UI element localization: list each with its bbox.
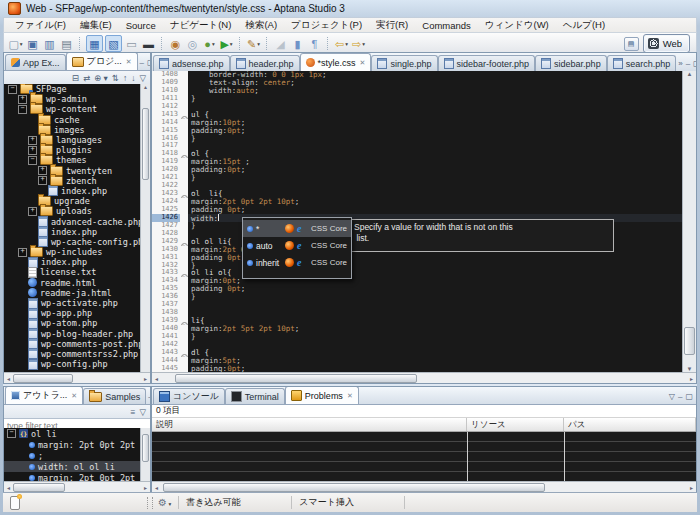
tree-item[interactable]: +wp-includes xyxy=(4,247,150,257)
tree-item[interactable]: −themes xyxy=(4,155,150,165)
debug-button[interactable]: ●▾ xyxy=(202,36,217,52)
scroll-right-icon[interactable]: ▸ xyxy=(687,375,696,382)
scroll-up-icon[interactable]: ▲ xyxy=(143,84,148,90)
tab-header-php[interactable]: header.php xyxy=(230,55,300,71)
dropdown-arrow-icon[interactable]: ▾ xyxy=(20,36,23,52)
expander-icon[interactable]: − xyxy=(8,85,17,94)
menu-item-h[interactable]: ヘルプ(H) xyxy=(556,19,612,32)
code-line[interactable]: 1435padding 0pt; xyxy=(152,285,683,293)
scroll-left-icon[interactable]: ◂ xyxy=(4,375,13,382)
dropdown-arrow-icon[interactable]: ▾ xyxy=(345,36,348,52)
tab-sidebar-footer-php[interactable]: sidebar-footer.php xyxy=(438,55,536,71)
close-icon[interactable]: ✕ xyxy=(71,392,77,400)
scroll-right-icon[interactable]: ▸ xyxy=(141,375,150,382)
code-line[interactable]: 1417 xyxy=(152,142,683,150)
tab-item[interactable]: アウトラ...✕ xyxy=(5,386,83,404)
table-row[interactable] xyxy=(152,442,696,452)
down-icon[interactable]: ↓ xyxy=(131,73,135,83)
expander-icon[interactable]: − xyxy=(7,429,16,438)
project-tree[interactable]: −SFPage+wp-admin−wp-contentcacheimages+l… xyxy=(4,84,150,372)
outline-item[interactable]: −{}ol li xyxy=(4,428,150,439)
sort-icon[interactable]: ≡ xyxy=(130,407,135,417)
scrollbar-thumb[interactable] xyxy=(142,108,149,180)
min-view-icon[interactable]: ‒ xyxy=(678,393,682,401)
code-line[interactable]: 1425padding 0pt; xyxy=(152,206,683,214)
expander-icon[interactable]: + xyxy=(28,136,37,145)
editor-horizontal-scrollbar[interactable]: ◂ ▸ xyxy=(152,372,696,383)
expander-icon[interactable]: + xyxy=(38,166,47,175)
explorer-horizontal-scrollbar[interactable]: ◂ ▸ xyxy=(4,372,150,383)
menu-item-p[interactable]: プロジェクト(P) xyxy=(284,19,369,32)
completion-item[interactable]: inheriteCSS Core xyxy=(243,254,351,271)
tree-item[interactable]: +zbench xyxy=(4,176,150,186)
dropdown-arrow-icon[interactable]: ▾ xyxy=(212,36,215,52)
tab-single-php[interactable]: single.php xyxy=(371,55,437,71)
explorer-vertical-scrollbar[interactable]: ▲ xyxy=(140,84,150,372)
scroll-right-icon[interactable]: ▸ xyxy=(687,484,696,491)
scroll-left-icon[interactable]: ◂ xyxy=(4,484,13,491)
tree-item[interactable]: index.php xyxy=(4,257,150,267)
terminal-toggle-button[interactable]: ▬ xyxy=(141,36,156,52)
expander-icon[interactable]: + xyxy=(28,146,37,155)
code-line[interactable]: 1437 xyxy=(152,301,683,309)
outline-horizontal-scrollbar[interactable]: ◂ ▸ xyxy=(4,481,150,492)
link-editor-icon[interactable]: ⇄ xyxy=(83,73,90,83)
code-line[interactable]: 1421} xyxy=(152,174,683,182)
code-line[interactable]: 1432} xyxy=(152,262,683,270)
tree-item[interactable]: images xyxy=(4,125,150,135)
tab-search-php[interactable]: search.php xyxy=(607,55,677,71)
new-file-button[interactable]: ▢▾ xyxy=(8,36,23,52)
code-line[interactable]: 1410 width:auto; xyxy=(152,87,683,95)
dropdown-arrow-icon[interactable]: ▾ xyxy=(362,36,365,52)
code-line[interactable]: 1422 xyxy=(152,182,683,190)
min-view-icon[interactable]: ‒ xyxy=(140,59,144,67)
completion-item[interactable]: *eCSS Core xyxy=(243,220,351,237)
tab-problems[interactable]: Problems✕ xyxy=(285,386,359,404)
min-view-icon[interactable]: ‒ xyxy=(686,60,690,68)
tab-app-ex[interactable]: App Ex... xyxy=(5,54,66,70)
scrollbar-thumb[interactable] xyxy=(163,483,545,492)
scrollbar-thumb[interactable] xyxy=(175,374,417,383)
expander-icon[interactable]: + xyxy=(28,207,37,216)
tree-item[interactable]: index.php xyxy=(4,186,150,196)
tree-item[interactable]: readme.html xyxy=(4,278,150,288)
outline-vertical-scrollbar[interactable] xyxy=(140,428,150,482)
tree-item[interactable]: readme-ja.html xyxy=(4,288,150,298)
focus-icon[interactable]: ⊕ ▾ xyxy=(94,73,108,83)
project-view-toggle-button[interactable]: ▧ xyxy=(105,35,122,52)
scrollbar-thumb[interactable] xyxy=(684,327,695,355)
menu-item-n[interactable]: ナビゲート(N) xyxy=(163,19,239,32)
gear-icon[interactable]: ⚙ ▾ xyxy=(158,497,171,508)
scrollbar-thumb[interactable] xyxy=(13,483,65,492)
tree-item[interactable]: wp-cache-config.php xyxy=(4,237,150,247)
run-web-button[interactable]: ◉ xyxy=(168,36,183,52)
expander-icon[interactable]: − xyxy=(28,156,37,165)
expander-icon[interactable]: + xyxy=(38,176,47,185)
fold-collapse-icon[interactable]: − xyxy=(180,190,188,198)
code-line[interactable]: 1436} xyxy=(152,293,683,301)
save-all-button[interactable]: ▥ xyxy=(42,36,57,52)
max-view-icon[interactable]: ▢ xyxy=(693,60,697,68)
problems-horizontal-scrollbar[interactable]: ◂ ▸ xyxy=(152,481,696,492)
tree-item[interactable]: wp-atom.php xyxy=(4,318,150,328)
dropdown-arrow-icon[interactable]: ▾ xyxy=(257,36,260,52)
tree-item[interactable]: +uploads xyxy=(4,206,150,216)
tab-samples[interactable]: Samples xyxy=(83,388,146,404)
fold-collapse-icon[interactable]: − xyxy=(180,269,188,277)
menu-item-w[interactable]: ウィンドウ(W) xyxy=(478,19,556,32)
fold-collapse-icon[interactable]: − xyxy=(180,238,188,246)
column-divider[interactable] xyxy=(564,432,565,487)
tree-item[interactable]: index.php xyxy=(4,227,150,237)
code-line[interactable]: 1440margin:2pt 5pt 2pt 10pt; xyxy=(152,325,683,333)
menu-item-source[interactable]: Source xyxy=(119,20,163,31)
fold-collapse-icon[interactable]: − xyxy=(180,349,188,357)
code-line[interactable]: 1411} xyxy=(152,95,683,103)
editor-vertical-scrollbar[interactable]: ▲ ▼ xyxy=(682,71,696,373)
tree-item[interactable]: wp-comments-post.php xyxy=(4,339,150,349)
expander-icon[interactable]: − xyxy=(18,105,27,114)
tree-item[interactable]: +languages xyxy=(4,135,150,145)
table-row[interactable] xyxy=(152,432,696,442)
outline-item[interactable]: margin: 2pt 0pt 2pt 1 xyxy=(4,439,150,450)
device-icon[interactable] xyxy=(10,496,20,510)
scroll-left-icon[interactable]: ◂ xyxy=(152,375,161,382)
